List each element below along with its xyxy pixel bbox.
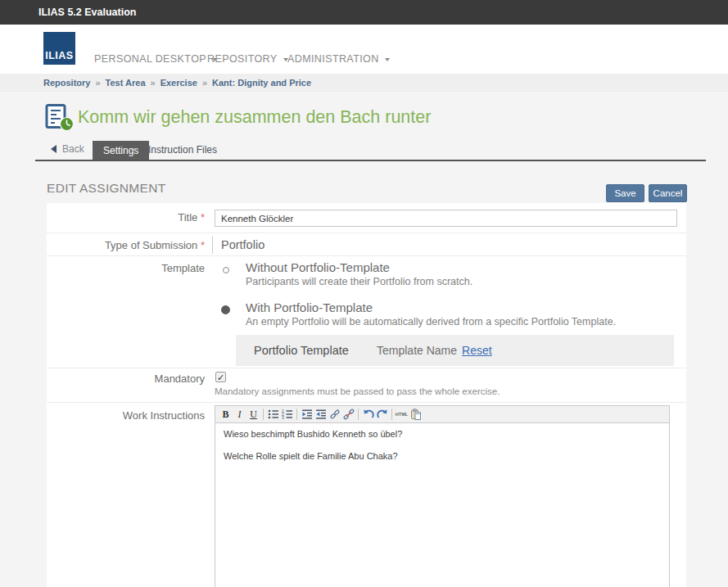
submission-type-value: Portfolio [212,236,265,254]
portfolio-template-label: Portfolio Template [254,344,349,357]
menu-personal-desktop[interactable]: PERSONAL DESKTOP [94,52,217,66]
installation-title: ILIAS 5.2 Evaluation [38,0,136,25]
bold-glyph: B [222,409,228,420]
ilias-window: ILIAS 5.2 Evaluation ILIAS PERSONAL DESK… [0,0,728,587]
mandatory-label: Mandatory [47,373,205,385]
html-source-icon[interactable]: HTML [395,408,409,422]
with-template-label[interactable]: With Portfolio-Template [246,300,373,314]
breadcrumb: Repository»Test Area»Exercise»Kant: Dign… [0,74,728,93]
portfolio-template-subform: Portfolio Template Template NameReset [236,335,674,366]
breadcrumb-test-area[interactable]: Test Area [106,78,146,88]
mandatory-checkbox[interactable] [215,372,226,382]
toolbar-separator [263,409,264,420]
menu-label: REPOSITORY [207,53,278,65]
back-tab-label: Back [62,143,84,155]
rich-text-editor: B I U 123 [215,405,670,587]
undo-icon[interactable] [361,408,375,422]
edit-assignment-form: Title Type of Submission Portfolio Templ… [47,203,686,587]
menu-repository[interactable]: REPOSITORY [207,52,288,66]
exercise-assignment-icon [45,104,75,135]
indent-icon[interactable] [300,408,314,422]
chevron-left-icon [51,145,57,153]
breadcrumb-repository[interactable]: Repository [43,78,90,88]
tab-settings[interactable]: Settings [93,141,149,161]
submission-type-label: Type of Submission [47,239,205,251]
form-row-submission-type: Type of Submission Portfolio [47,233,686,255]
template-label: Template [47,262,205,274]
italic-icon[interactable]: I [233,408,246,422]
breadcrumb-separator: » [202,78,207,88]
chevron-down-icon [385,58,390,61]
tab-underline [35,160,706,161]
underline-icon[interactable]: U [246,408,260,422]
svg-text:3: 3 [282,415,284,420]
form-row-work-instructions: Work Instructions B I U 123 [47,402,686,587]
menu-label: ADMINISTRATION [287,53,379,65]
underline-glyph: U [250,409,257,420]
without-template-label[interactable]: Without Portfolio-Template [246,260,390,274]
mandatory-description: Mandatory assignments must be passed to … [215,386,500,396]
breadcrumb-separator: » [95,78,100,88]
form-row-mandatory: Mandatory Mandatory assignments must be … [47,368,686,402]
work-instructions-label: Work Instructions [47,409,205,422]
outdent-icon[interactable] [314,408,328,422]
save-button[interactable]: Save [606,184,644,202]
with-template-description: An empty Portfolio will be automatically… [246,316,616,327]
editor-toolbar: B I U 123 [215,405,670,423]
breadcrumb-exercise[interactable]: Exercise [161,78,197,88]
toolbar-separator [296,409,297,420]
unordered-list-icon[interactable] [266,408,280,422]
paste-from-word-icon[interactable] [409,408,423,422]
page-content: Komm wir gehen zusammen den Bach runter … [0,93,728,587]
html-glyph: HTML [396,409,408,420]
template-name-value: Template Name [377,344,457,357]
tab-instruction-files[interactable]: Instruction Files [148,144,217,156]
bold-icon[interactable]: B [219,408,233,422]
ilias-logo[interactable]: ILIAS [43,32,75,65]
form-heading: EDIT ASSIGNMENT [47,181,165,196]
title-input[interactable] [215,210,677,227]
reset-link[interactable]: Reset [462,344,492,357]
unlink-icon[interactable] [341,408,355,422]
toolbar-separator [358,409,359,420]
menu-administration[interactable]: ADMINISTRATION [287,52,390,66]
back-tab[interactable]: Back [51,142,84,156]
breadcrumb-separator: » [151,78,156,88]
radio-without-template[interactable] [223,267,229,273]
portfolio-template-value: Template NameReset [377,344,492,357]
ilias-logo-text: ILIAS [45,50,73,61]
form-row-template: Template Without Portfolio-Template Part… [47,255,686,368]
main-header: ILIAS PERSONAL DESKTOP REPOSITORY ADMINI… [0,25,728,74]
instruction-paragraph: Welche Rolle spielt die Familie Abu Chak… [224,451,661,461]
editor-content-area[interactable]: Wieso beschimpft Bushido Kenneth so übel… [215,423,670,587]
title-label: Title [47,211,205,224]
cancel-button[interactable]: Cancel [649,184,687,202]
breadcrumb-current[interactable]: Kant: Dignity and Price [212,78,311,88]
redo-icon[interactable] [375,408,389,422]
without-template-description: Participants will create their Portfolio… [246,276,473,287]
page-title: Komm wir gehen zusammen den Bach runter [78,107,431,128]
form-row-title: Title [47,203,686,233]
radio-with-template[interactable] [221,305,230,314]
instruction-paragraph: Wieso beschimpft Bushido Kenneth so übel… [224,429,661,439]
toolbar-separator [391,409,392,420]
top-bar: ILIAS 5.2 Evaluation [0,0,728,25]
menu-label: PERSONAL DESKTOP [94,53,206,65]
ordered-list-icon[interactable]: 123 [280,408,294,422]
italic-glyph: I [238,409,242,420]
link-icon[interactable] [328,408,341,422]
